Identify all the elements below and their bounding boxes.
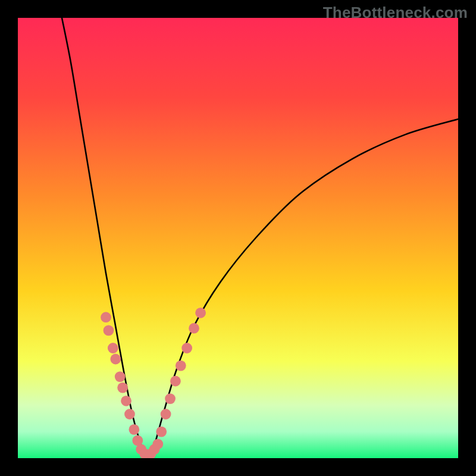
data-marker — [176, 361, 186, 371]
data-marker — [115, 371, 126, 382]
data-marker — [165, 393, 176, 404]
data-marker — [117, 383, 128, 393]
data-marker — [161, 409, 171, 419]
data-marker — [108, 343, 118, 353]
data-marker — [170, 376, 181, 387]
data-marker — [110, 354, 121, 365]
data-marker — [156, 427, 167, 437]
chart-plot — [18, 18, 458, 458]
svg-rect-0 — [18, 18, 458, 458]
data-marker — [152, 439, 163, 449]
data-marker — [121, 396, 131, 406]
data-marker — [101, 312, 111, 322]
data-marker — [189, 323, 199, 334]
data-marker — [129, 424, 139, 435]
chart-container: TheBottleneck.com — [0, 0, 476, 476]
data-marker — [124, 409, 135, 419]
data-marker — [195, 308, 206, 318]
data-marker — [181, 343, 192, 353]
data-marker — [104, 325, 114, 336]
